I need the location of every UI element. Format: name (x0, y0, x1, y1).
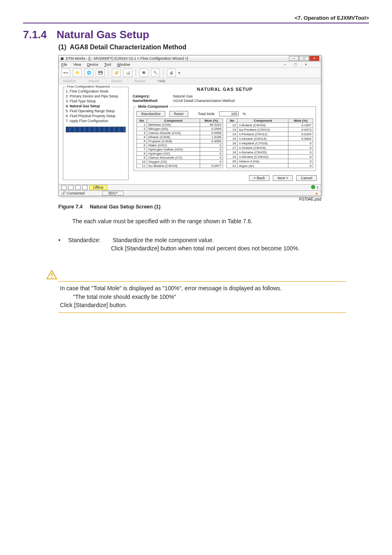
status-indicator-icon (311, 185, 315, 189)
total-mole-value[interactable]: 100 (219, 111, 239, 116)
note-line-1: In case that "Total Mole" is displayed a… (60, 284, 344, 292)
statusbar-icon-3[interactable] (75, 185, 81, 190)
mdi-min[interactable]: – (282, 62, 288, 67)
cell-no: 7 (137, 148, 147, 152)
note-icon (46, 270, 58, 280)
cell-mole-pct[interactable]: 0.4596 (200, 139, 223, 143)
menu-view[interactable]: View (73, 62, 81, 67)
statusbar-icon-4[interactable] (82, 185, 88, 190)
cancel-button[interactable]: Cancel (296, 175, 317, 181)
status-help-icon[interactable]: ? (316, 186, 318, 190)
cell-no: 18 (227, 150, 238, 155)
total-mole-label: Total Mole (198, 112, 215, 116)
cell-mole-pct[interactable]: 1.8186 (200, 135, 223, 139)
window-close-button[interactable]: × (309, 56, 319, 61)
toolbar-save-icon[interactable]: 💾 (96, 69, 105, 77)
cell-no: 16 (227, 141, 238, 146)
cell-mole-pct[interactable]: 0 (288, 150, 313, 155)
cell-mole-pct[interactable]: 0 (200, 143, 223, 148)
standardize-button[interactable]: Standardize (136, 111, 165, 117)
cell-mole-pct[interactable]: 0 (200, 152, 223, 156)
category-value: Natural Gas (173, 94, 193, 98)
note-line-3: Click [Standardize] button. (60, 301, 344, 309)
cell-component: n-Butane (C4H10) (238, 123, 288, 127)
sequence-step[interactable]: 1. Flow Configuration Mode (66, 89, 126, 94)
sequence-legend: Flow Configuration Sequence (66, 85, 111, 88)
toolbar-print-icon[interactable]: 🖨 (167, 69, 176, 77)
sequence-step[interactable]: 5. Fluid Operating Range Setup (66, 109, 126, 113)
reset-button[interactable]: Reset (169, 111, 188, 117)
subtool-help[interactable]: Help (158, 79, 166, 83)
table-row: 16n-Heptane (C7H16)0 (227, 141, 313, 146)
sub-toolbar: Initialize Import Export Report Help (59, 78, 321, 84)
cell-no: 20 (227, 159, 238, 164)
cell-mole-pct[interactable]: 0 (288, 141, 313, 146)
bullet-extra: Click [Standardize] button when total mo… (111, 245, 369, 252)
section-title: Natural Gas Setup (57, 28, 149, 41)
cell-mole-pct[interactable]: 0.5956 (200, 131, 223, 135)
sequence-step[interactable]: 7. Apply Flow Configuration (66, 118, 126, 123)
cell-component: Oxygen (O2) (147, 160, 200, 164)
method-value: AGA8 Detail Characterization Method (173, 99, 235, 103)
cell-mole-pct[interactable]: 0.1007 (288, 123, 313, 127)
cell-mole-pct[interactable]: 0 (288, 164, 313, 168)
table-row: 19n-Decane (C10H22)0 (227, 155, 313, 159)
cell-mole-pct[interactable]: 0 (288, 155, 313, 159)
cell-component: Methane (CH4) (147, 123, 200, 127)
cell-mole-pct[interactable]: 0.0664 (288, 136, 313, 141)
sequence-step[interactable]: 3. Fluid Type Setup (66, 99, 126, 104)
cell-mole-pct[interactable]: 0 (200, 156, 223, 160)
cell-component: n-Hexane (C6H14) (238, 136, 288, 141)
cell-component: Iso-Pentane (C5H12) (238, 127, 288, 132)
section-heading: 7.1.4Natural Gas Setup (23, 28, 369, 41)
toolbar-back-icon[interactable]: ⟸ (61, 69, 70, 77)
cell-component: Nitrogen (N2) (147, 127, 200, 131)
table-row: 12n-Butane (C4H10)0.1007 (227, 123, 313, 127)
mdi-max[interactable]: □ (293, 62, 298, 67)
toolbar-open-icon[interactable]: 📁 (73, 69, 82, 77)
table-row: 14n-Pentane (C5H12)0.0324 (227, 132, 313, 136)
statusbar-icon-2[interactable] (68, 185, 74, 190)
cell-mole-pct[interactable]: 0 (200, 148, 223, 152)
toolbar-chart-icon[interactable]: 📊 (123, 69, 132, 77)
cell-component: Hydrogen (H2) (147, 152, 200, 156)
cell-no: 13 (227, 127, 238, 132)
cell-mole-pct[interactable]: 0 (200, 160, 223, 164)
toolbar-wizard-icon[interactable]: 🧭 (112, 69, 121, 77)
window-title-bar: ▣ DTM Works - [( - MV2000FT) EJX910 V2.1… (59, 56, 321, 62)
cell-component: Carbon Monoxide (CO) (147, 156, 200, 160)
menu-window[interactable]: Window (117, 62, 130, 67)
cell-mole-pct[interactable]: 0.2595 (200, 127, 223, 131)
category-label: Category: (133, 94, 166, 98)
back-button[interactable]: < Back (249, 175, 270, 181)
cell-mole-pct[interactable]: 0.0977 (200, 164, 223, 168)
cell-no: 21 (227, 164, 238, 168)
toolbar-tool1-icon[interactable]: 🛠 (139, 69, 148, 77)
cell-mole-pct[interactable]: 0 (288, 159, 313, 164)
menu-file[interactable]: File (61, 62, 67, 67)
menu-tool[interactable]: Tool (104, 62, 111, 67)
window-maximize-button[interactable]: □ (299, 56, 309, 61)
subtool-initialize: Initialize (63, 79, 76, 83)
statusbar-icon-1[interactable] (61, 185, 67, 190)
cell-mole-pct[interactable]: 96.5222 (200, 123, 223, 127)
sequence-step[interactable]: 4. Natural Gas Setup (66, 104, 126, 109)
app-window: ▣ DTM Works - [( - MV2000FT) EJX910 V2.1… (58, 55, 321, 196)
mdi-close[interactable]: × (303, 62, 309, 67)
cell-no: 19 (227, 155, 238, 159)
next-button[interactable]: Next > (273, 175, 293, 181)
toolbar-globe-icon[interactable]: 🌐 (84, 69, 93, 77)
window-minimize-button[interactable]: – (289, 56, 299, 61)
percent-label: % (243, 112, 246, 116)
cell-mole-pct[interactable]: 0.0324 (288, 132, 313, 136)
sequence-step[interactable]: 6. Fluid Physical Property Setup (66, 113, 126, 118)
toolbar-tool2-icon[interactable]: 🔧 (151, 69, 160, 77)
cell-mole-pct[interactable]: 0 (288, 146, 313, 150)
menu-device[interactable]: Device (87, 62, 99, 67)
mole-legend: Mole Component (136, 104, 170, 109)
sequence-step[interactable]: 2. Primary Device and Pipe Setup (66, 94, 126, 99)
table-row: 7Hydrogen Sulfide (H2S)0 (137, 148, 223, 152)
section-number: 7.1.4 (23, 28, 47, 41)
cell-mole-pct[interactable]: 0.0473 (288, 127, 313, 132)
statusbar-2: 🔗 Connected SDC* ▲ (59, 190, 321, 196)
